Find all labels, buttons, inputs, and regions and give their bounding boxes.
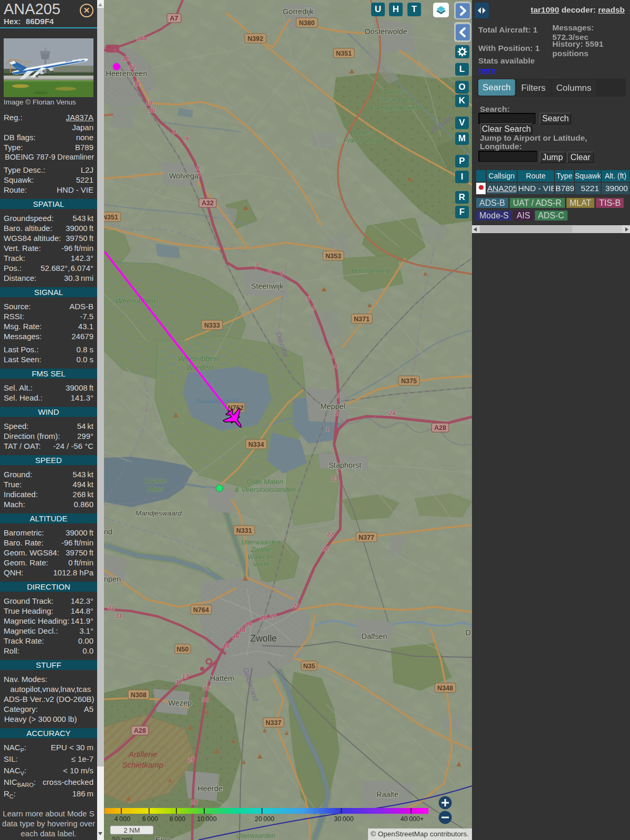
svg-text:Water en: Water en	[248, 553, 275, 561]
svg-text:N380: N380	[299, 19, 315, 27]
svg-text:2 NM: 2 NM	[123, 826, 140, 834]
svg-text:31: 31	[108, 605, 115, 611]
svg-text:Raalte: Raalte	[376, 790, 398, 799]
svg-text:10 000: 10 000	[197, 815, 216, 823]
svg-text:nd: nd	[104, 528, 112, 536]
svg-text:Olde Maten: Olde Maten	[247, 478, 284, 486]
svg-text:30: 30	[202, 697, 209, 703]
svg-text:Wieden: Wieden	[186, 363, 213, 372]
svg-text:21: 21	[292, 603, 300, 609]
svg-text:26a: 26a	[136, 35, 147, 41]
svg-text:& Leggelderveld: & Leggelderveld	[370, 103, 421, 111]
svg-text:Heerde: Heerde	[197, 784, 223, 793]
svg-text:N331: N331	[236, 527, 252, 534]
svg-text:24: 24	[388, 410, 396, 416]
svg-text:Artillerie: Artillerie	[128, 750, 157, 759]
svg-text:Friese Wold: Friese Wold	[376, 96, 415, 103]
svg-text:7: 7	[255, 262, 259, 269]
svg-text:D: D	[466, 628, 471, 637]
svg-text:Gorredijk: Gorredijk	[283, 7, 314, 16]
svg-text:23: 23	[331, 476, 339, 482]
svg-text:Staphorst: Staphorst	[329, 461, 361, 469]
svg-text:10: 10	[149, 107, 155, 113]
svg-text:31: 31	[116, 613, 122, 619]
svg-text:40 000+: 40 000+	[401, 815, 424, 823]
svg-text:6 000: 6 000	[142, 815, 158, 823]
svg-text:5: 5	[307, 296, 310, 302]
svg-text:Oosterwolde: Oosterwolde	[364, 27, 407, 36]
svg-text:N50: N50	[177, 646, 189, 653]
svg-text:29: 29	[187, 757, 195, 763]
svg-text:9: 9	[185, 135, 189, 142]
svg-text:6: 6	[268, 268, 271, 275]
svg-text:11: 11	[134, 80, 140, 87]
svg-text:Weerribben: Weerribben	[115, 296, 155, 305]
svg-text:Drents-: Drents-	[351, 129, 374, 136]
svg-text:Wezep: Wezep	[169, 699, 192, 707]
svg-text:Meer: Meer	[148, 485, 164, 493]
svg-text:Hattem: Hattem	[210, 674, 235, 682]
svg-text:Meppel: Meppel	[320, 402, 345, 411]
svg-text:N351: N351	[336, 50, 352, 57]
svg-text:N348: N348	[437, 685, 453, 692]
svg-text:17: 17	[176, 679, 183, 685]
svg-text:18: 18	[223, 643, 230, 649]
svg-text:N308: N308	[131, 691, 146, 699]
svg-text:20: 20	[269, 613, 277, 620]
svg-text:N353: N353	[326, 253, 341, 260]
svg-text:Drents-: Drents-	[384, 88, 407, 96]
svg-text:N392: N392	[248, 35, 264, 43]
svg-text:N377: N377	[359, 534, 374, 541]
svg-text:19: 19	[245, 621, 252, 627]
svg-text:22: 22	[327, 531, 334, 538]
svg-text:© OpenStreetMap contributors.: © OpenStreetMap contributors.	[371, 830, 469, 838]
svg-text:6: 6	[280, 270, 284, 276]
svg-text:Dalfsen: Dalfsen	[361, 632, 387, 640]
svg-text:50 nmi: 50 nmi	[112, 835, 132, 840]
svg-text:Holtingerveld: Holtingerveld	[352, 267, 391, 275]
svg-text:A32: A32	[202, 200, 214, 207]
svg-text:12: 12	[122, 56, 129, 62]
svg-text:17: 17	[182, 673, 189, 679]
svg-text:N764: N764	[193, 606, 209, 614]
svg-text:N351: N351	[104, 214, 118, 221]
svg-text:Mandjeswaard: Mandjeswaard	[135, 509, 182, 517]
svg-text:28: 28	[191, 799, 198, 805]
svg-text:Epe: Epe	[155, 835, 170, 840]
svg-text:30 000: 30 000	[334, 815, 353, 823]
svg-text:Schietkamp: Schietkamp	[122, 760, 163, 769]
svg-text:3: 3	[337, 393, 341, 399]
svg-text:Heerenveen: Heerenveen	[106, 69, 148, 78]
svg-text:Friese Wold: Friese Wold	[343, 136, 382, 144]
svg-text:N337: N337	[266, 719, 281, 727]
svg-text:N333: N333	[204, 322, 220, 329]
svg-text:4: 4	[334, 363, 338, 369]
svg-text:1: 1	[326, 426, 329, 432]
svg-text:N375: N375	[401, 377, 417, 385]
svg-text:12: 12	[129, 64, 136, 70]
svg-text:4: 4	[330, 353, 334, 359]
svg-text:18: 18	[233, 633, 239, 639]
svg-text:N371: N371	[354, 316, 370, 323]
svg-text:Uiterwaarden: Uiterwaarden	[236, 832, 275, 839]
svg-text:8: 8	[196, 165, 200, 171]
svg-text:30: 30	[203, 685, 210, 691]
svg-text:20: 20	[260, 615, 267, 621]
svg-text:N762: N762	[228, 404, 244, 412]
svg-text:9: 9	[173, 129, 176, 135]
svg-text:Zwarte: Zwarte	[250, 546, 271, 553]
svg-text:Zwolle: Zwolle	[250, 633, 277, 644]
svg-text:Steenwijk: Steenwijk	[251, 282, 284, 290]
svg-text:Wolvega: Wolvega	[169, 172, 199, 180]
svg-text:N35: N35	[303, 663, 316, 670]
svg-text:2: 2	[334, 410, 339, 416]
svg-text:A28: A28	[134, 727, 146, 734]
svg-text:22: 22	[322, 545, 329, 552]
svg-text:8: 8	[197, 171, 201, 177]
svg-text:20 000: 20 000	[255, 815, 274, 823]
svg-text:& Veerslootslanden: & Veerslootslanden	[235, 486, 296, 494]
svg-text:10: 10	[146, 100, 153, 106]
svg-text:Uiterwaarden: Uiterwaarden	[242, 539, 280, 546]
svg-text:Zwarte: Zwarte	[144, 477, 166, 485]
svg-text:npen: npen	[104, 575, 121, 583]
